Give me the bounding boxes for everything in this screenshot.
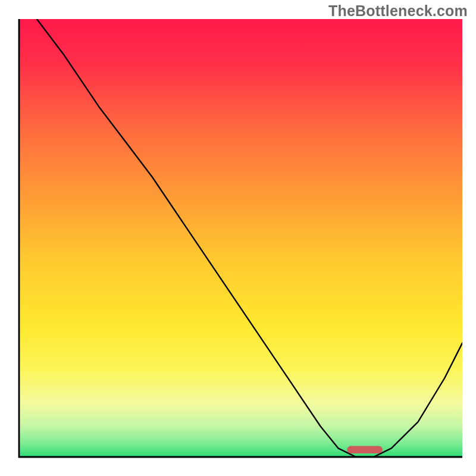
- bottleneck-plot: [0, 0, 476, 476]
- gradient-background: [19, 19, 462, 457]
- optimal-marker: [347, 446, 383, 454]
- watermark-text: TheBottleneck.com: [328, 2, 468, 20]
- chart-container: TheBottleneck.com: [0, 0, 476, 476]
